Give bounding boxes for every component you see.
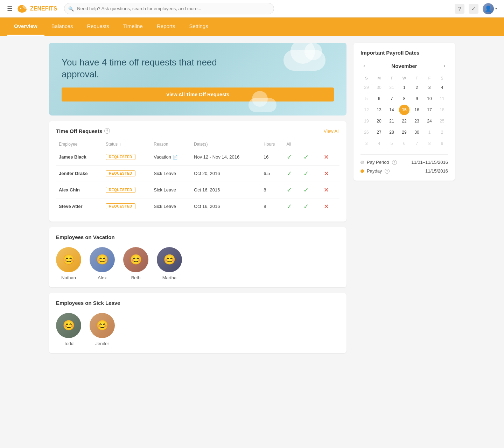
calendar-day[interactable]: 19 (361, 116, 372, 126)
nav-item-timeline[interactable]: Timeline (116, 18, 150, 36)
logo: ZENEFITS (17, 4, 57, 14)
hamburger-icon[interactable]: ☰ (7, 5, 13, 13)
search-input[interactable] (64, 3, 274, 14)
calendar-day[interactable]: 1 (399, 82, 410, 93)
all-check-cell: ✓ (284, 182, 299, 198)
hours-cell: 8 (261, 198, 284, 215)
col-status: Status ↑ (103, 140, 151, 149)
calendar-day[interactable]: 6 (374, 93, 384, 104)
calendar-day[interactable]: 7 (412, 138, 422, 149)
help-icon[interactable]: ? (455, 4, 464, 14)
employee-avatar: 😊 (123, 247, 148, 272)
table-row: Steve Atler REQUESTED Sick Leave Oct 16,… (56, 198, 340, 215)
payday-help-icon[interactable]: ? (385, 169, 390, 174)
calendar-day[interactable]: 29 (361, 82, 372, 93)
calendar-day[interactable]: 17 (424, 105, 435, 115)
reject-button[interactable]: ✕ (322, 186, 331, 195)
calendar-day-header: T (386, 75, 398, 82)
calendar-day[interactable]: 15 (399, 105, 410, 115)
calendar-day[interactable]: 3 (361, 138, 372, 149)
next-month-button[interactable]: › (441, 61, 448, 70)
approve-all-icon[interactable]: ✓ (287, 187, 292, 194)
nav-item-settings[interactable]: Settings (182, 18, 215, 36)
approve-all-icon[interactable]: ✓ (287, 170, 292, 177)
col-actions (299, 140, 319, 149)
doc-icon: 📄 (173, 155, 178, 160)
pay-period-help-icon[interactable]: ? (392, 160, 397, 165)
view-all-requests-button[interactable]: View All Time Off Requests (62, 88, 334, 102)
calendar-month: November (391, 63, 417, 69)
reject-button[interactable]: ✕ (322, 153, 331, 162)
approve-all-icon[interactable]: ✓ (287, 203, 292, 210)
nav-item-overview[interactable]: Overview (7, 18, 44, 36)
calendar-day-header: M (373, 75, 385, 82)
reject-button[interactable]: ✕ (322, 202, 331, 211)
calendar-day[interactable]: 6 (399, 138, 410, 149)
employee-name: James Black (56, 149, 103, 165)
employee-name: Jenifer Drake (56, 165, 103, 182)
calendar-day[interactable]: 4 (437, 82, 447, 93)
calendar-day[interactable]: 5 (361, 93, 372, 104)
view-all-link[interactable]: View All (324, 128, 340, 134)
approve-button[interactable]: ✓ (301, 169, 311, 178)
employee-name: Alex Chin (56, 182, 103, 198)
calendar-day[interactable]: 8 (424, 138, 435, 149)
list-item: 😊 Todd (56, 313, 81, 346)
calendar-day[interactable]: 30 (374, 82, 384, 93)
calendar-day[interactable]: 9 (437, 138, 447, 149)
calendar-day[interactable]: 30 (412, 127, 422, 138)
calendar-day[interactable]: 14 (386, 105, 397, 115)
vacation-card: Employees on Vacation 😊 Nathan 😊 Alex 😊 … (49, 227, 346, 287)
calendar-day[interactable]: 10 (424, 93, 435, 104)
calendar-day[interactable]: 28 (386, 127, 397, 138)
hero-heading: You have 4 time off requests that need a… (62, 57, 230, 80)
calendar-day[interactable]: 18 (437, 105, 447, 115)
calendar-day[interactable]: 3 (424, 82, 435, 93)
calendar-header: ‹ November › (360, 61, 448, 70)
calendar-day[interactable]: 26 (361, 127, 372, 138)
prev-month-button[interactable]: ‹ (360, 61, 368, 70)
calendar-day[interactable]: 2 (412, 82, 422, 93)
calendar-day[interactable]: 29 (399, 127, 410, 138)
calendar-day[interactable]: 24 (424, 116, 435, 126)
nav-item-requests[interactable]: Requests (80, 18, 116, 36)
calendar-day[interactable]: 9 (412, 93, 422, 104)
calendar-day[interactable]: 22 (399, 116, 410, 126)
calendar-day[interactable]: 2 (437, 127, 447, 138)
payday-label: Payday (367, 168, 382, 174)
calendar-day[interactable]: 8 (399, 93, 410, 104)
reason-cell: Sick Leave (151, 198, 191, 215)
calendar-day[interactable]: 1 (424, 127, 435, 138)
topbar-right: ? ✓ 👤 ▾ (455, 3, 497, 14)
calendar-day[interactable]: 12 (361, 105, 372, 115)
calendar-day[interactable]: 11 (437, 93, 447, 104)
calendar-day[interactable]: 20 (374, 116, 384, 126)
calendar-day[interactable]: 21 (386, 116, 397, 126)
hours-cell: 8 (261, 182, 284, 198)
user-avatar-wrap[interactable]: 👤 ▾ (483, 3, 497, 14)
nav-item-reports[interactable]: Reports (150, 18, 182, 36)
hero-banner: You have 4 time off requests that need a… (49, 43, 346, 115)
employee-name: Alex (98, 275, 106, 280)
calendar-day[interactable]: 4 (374, 138, 384, 149)
card-title: Time Off Requests ? (56, 128, 110, 134)
calendar-day[interactable]: 25 (437, 116, 447, 126)
reason-cell: Sick Leave (151, 182, 191, 198)
approve-button[interactable]: ✓ (301, 153, 311, 162)
reject-button[interactable]: ✕ (322, 169, 331, 178)
calendar-day[interactable]: 16 (412, 105, 422, 115)
calendar-day[interactable]: 13 (374, 105, 384, 115)
calendar-day[interactable]: 7 (386, 93, 397, 104)
approve-button[interactable]: ✓ (301, 202, 311, 211)
help-tooltip-icon[interactable]: ? (104, 128, 110, 134)
approve-button[interactable]: ✓ (301, 186, 311, 195)
calendar-day[interactable]: 27 (374, 127, 384, 138)
logo-bird-icon (17, 4, 28, 14)
approve-all-icon[interactable]: ✓ (287, 154, 292, 161)
nav-item-balances[interactable]: Balances (44, 18, 80, 36)
calendar-day[interactable]: 23 (412, 116, 422, 126)
calendar-day[interactable]: 5 (386, 138, 397, 149)
tasks-icon[interactable]: ✓ (469, 4, 478, 14)
col-dates: Date(s) (191, 140, 261, 149)
calendar-day[interactable]: 31 (386, 82, 397, 93)
